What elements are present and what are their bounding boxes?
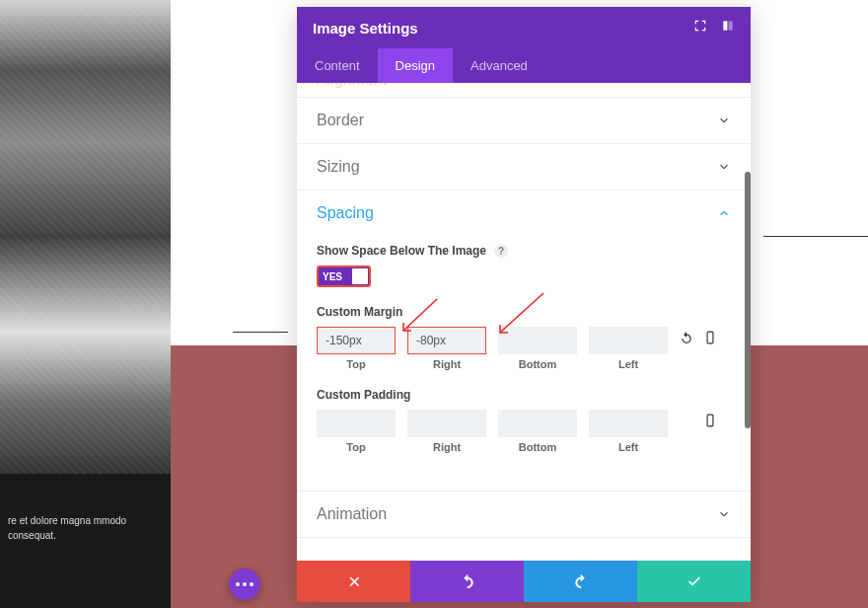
divider-right: [763, 236, 868, 237]
custom-margin-label: Custom Margin: [317, 305, 731, 319]
margin-right-label: Right: [433, 358, 461, 370]
scrollbar-thumb[interactable]: [745, 172, 751, 428]
show-space-toggle[interactable]: YES: [317, 266, 371, 287]
margin-bottom-input[interactable]: [498, 327, 577, 354]
margin-bottom-label: Bottom: [519, 358, 557, 370]
save-button[interactable]: [637, 561, 751, 602]
undo-button[interactable]: [410, 561, 524, 602]
margin-right-input[interactable]: [407, 327, 486, 354]
custom-padding-label: Custom Padding: [317, 388, 731, 402]
panel-footer: [297, 561, 751, 602]
header-actions: [693, 19, 735, 37]
tab-design[interactable]: Design: [378, 48, 453, 83]
section-spacing[interactable]: Spacing: [297, 190, 751, 236]
margin-row: Top Right Bottom Left: [317, 327, 731, 370]
panel-header: Image Settings: [297, 7, 751, 48]
toggle-knob: [352, 268, 368, 284]
settings-panel: Image Settings Content Design Advanced A…: [297, 7, 751, 602]
section-border[interactable]: Border: [297, 98, 751, 143]
margin-top-input[interactable]: [317, 327, 396, 354]
chevron-down-icon: [717, 160, 731, 174]
panel-title: Image Settings: [313, 20, 418, 37]
padding-row: Top Right Bottom Left: [317, 410, 731, 453]
padding-right-label: Right: [433, 441, 461, 453]
padding-left-input[interactable]: [589, 410, 668, 437]
bg-photo: [0, 0, 171, 474]
divider-left: [233, 332, 288, 333]
section-spacing-label: Spacing: [317, 204, 374, 222]
redo-button[interactable]: [524, 561, 637, 602]
section-animation-label: Animation: [317, 505, 387, 523]
chevron-down-icon: [717, 507, 731, 521]
toggle-value: YES: [319, 271, 342, 282]
chevron-down-icon: [717, 114, 731, 127]
svg-rect-1: [729, 21, 733, 30]
section-sizing-label: Sizing: [317, 158, 360, 176]
spacing-panel: Show Space Below The Image ? YES Custom …: [297, 236, 751, 491]
padding-top-label: Top: [346, 441, 365, 453]
section-sizing[interactable]: Sizing: [297, 144, 751, 190]
panel-body[interactable]: Alignment Border Sizing Spacing Show Spa…: [297, 83, 751, 561]
responsive-icon[interactable]: [703, 331, 717, 348]
snap-icon[interactable]: [721, 19, 735, 37]
cancel-button[interactable]: [297, 561, 410, 602]
expand-icon[interactable]: [693, 19, 707, 37]
tab-content[interactable]: Content: [297, 48, 378, 83]
padding-left-label: Left: [618, 441, 638, 453]
padding-top-input[interactable]: [317, 410, 396, 437]
margin-left-input[interactable]: [589, 327, 668, 354]
reset-icon[interactable]: [680, 331, 693, 348]
lorem-text: re et dolore magna mmodo consequat.: [8, 513, 171, 543]
fab-button[interactable]: [229, 569, 260, 600]
margin-top-label: Top: [346, 358, 365, 370]
tabs: Content Design Advanced: [297, 48, 751, 83]
svg-rect-5: [707, 415, 713, 426]
welcome-heading: W: [262, 277, 297, 319]
svg-rect-4: [707, 332, 713, 343]
margin-left-label: Left: [618, 358, 638, 370]
truncated-section: Alignment: [297, 83, 751, 97]
section-border-label: Border: [317, 112, 364, 129]
responsive-icon[interactable]: [703, 414, 717, 431]
chevron-up-icon: [717, 206, 731, 220]
svg-rect-0: [723, 21, 727, 30]
section-animation[interactable]: Animation: [297, 492, 751, 537]
tab-advanced[interactable]: Advanced: [453, 48, 545, 83]
padding-bottom-label: Bottom: [519, 441, 557, 453]
show-space-label: Show Space Below The Image ?: [317, 244, 731, 258]
padding-bottom-input[interactable]: [498, 410, 577, 437]
padding-right-input[interactable]: [407, 410, 486, 437]
help-icon[interactable]: ?: [494, 244, 508, 258]
